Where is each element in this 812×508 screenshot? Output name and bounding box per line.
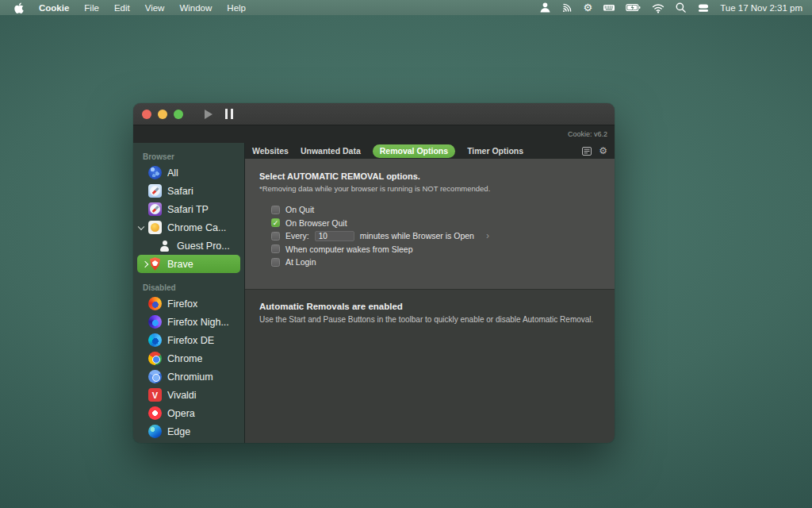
sidebar-item-label: Opera bbox=[167, 408, 195, 419]
guest-icon bbox=[158, 239, 171, 252]
menu-file[interactable]: File bbox=[84, 3, 99, 13]
option-label: On Quit bbox=[285, 205, 314, 214]
sidebar-item-label: Chrome bbox=[167, 353, 202, 364]
sidebar-item-label: Vivaldi bbox=[167, 390, 197, 401]
option-at-login[interactable]: At Login bbox=[271, 256, 600, 269]
status-title: Automatic Removals are enabled bbox=[259, 302, 600, 311]
sidebar-item-firefox-nigh[interactable]: Firefox Nigh... bbox=[133, 313, 244, 331]
gear-icon[interactable]: ⚙ bbox=[584, 2, 593, 13]
checkbox[interactable]: ✓ bbox=[271, 218, 280, 227]
sidebar-item-label: Brave bbox=[167, 259, 193, 270]
menu-view[interactable]: View bbox=[145, 3, 165, 13]
sidebar-item-guest-pro[interactable]: Guest Pro... bbox=[133, 237, 244, 255]
sidebar-item-chromium[interactable]: Chromium bbox=[133, 368, 244, 386]
wifi-icon[interactable] bbox=[652, 2, 665, 13]
app-version-label: Cookie: v6.2 bbox=[568, 130, 607, 138]
sidebar-item-brave[interactable]: Brave bbox=[137, 255, 240, 273]
sidebar-item-edge[interactable]: Edge bbox=[133, 422, 244, 441]
tab-timer-options[interactable]: Timer Options bbox=[467, 146, 523, 156]
menu-edit[interactable]: Edit bbox=[114, 3, 130, 13]
sidebar-item-firefox-de[interactable]: Firefox DE bbox=[133, 331, 244, 349]
option-when-computer-wakes-from-sleep[interactable]: When computer wakes from Sleep bbox=[271, 243, 600, 256]
menu-cookie[interactable]: Cookie bbox=[39, 3, 69, 13]
sidebar-item-vivaldi[interactable]: Vivaldi bbox=[133, 386, 244, 404]
apple-menu-icon[interactable] bbox=[14, 2, 24, 13]
chrome-icon bbox=[148, 352, 162, 365]
menu-bar-status: ⚙ Tue 17 Nov 2:31 pm bbox=[539, 2, 812, 13]
option-label-suffix: minutes while Browser is Open bbox=[360, 231, 474, 241]
tabs: WebsitesUnwanted DataRemoval OptionsTime… bbox=[252, 144, 523, 158]
desktop: CookieFileEditViewWindowHelp ⚙ bbox=[0, 0, 812, 508]
menu-help[interactable]: Help bbox=[227, 3, 246, 13]
chevron-down-icon[interactable] bbox=[138, 223, 144, 229]
sidebar-item-label: Safari bbox=[167, 186, 193, 197]
sidebar-item-label: Safari TP bbox=[167, 204, 209, 215]
battery-charging-icon[interactable] bbox=[626, 2, 642, 13]
checkbox[interactable] bbox=[271, 244, 280, 253]
tab-bar-icons: ⚙ bbox=[582, 146, 607, 156]
sidebar-item-label: Firefox Nigh... bbox=[167, 317, 229, 328]
sidebar-section-disabled: Disabled bbox=[143, 283, 244, 292]
sidebar-item-label: Firefox bbox=[167, 298, 197, 310]
menu-bar: CookieFileEditViewWindowHelp ⚙ bbox=[0, 0, 812, 15]
status-section: Automatic Removals are enabled Use the S… bbox=[245, 289, 615, 324]
settings-gear-icon[interactable]: ⚙ bbox=[599, 146, 607, 156]
edge-icon bbox=[148, 425, 162, 438]
menu-window[interactable]: Window bbox=[179, 3, 212, 13]
zoom-button[interactable] bbox=[174, 110, 183, 119]
tab-unwanted-data[interactable]: Unwanted Data bbox=[301, 146, 361, 156]
option-every[interactable]: Every:minutes while Browser is Open› bbox=[271, 229, 600, 243]
checkbox[interactable] bbox=[271, 206, 280, 214]
sidebar-item-all[interactable]: All bbox=[133, 164, 244, 182]
cookie-app-window: Cookie: v6.2 BrowserAllSafariSafari TPCh… bbox=[133, 103, 615, 443]
firefox-de-icon bbox=[148, 333, 162, 347]
checkbox[interactable] bbox=[271, 232, 280, 241]
sidebar-item-label: Chromium bbox=[167, 371, 213, 383]
tab-bar: WebsitesUnwanted DataRemoval OptionsTime… bbox=[245, 143, 615, 159]
chevron-right-icon[interactable]: › bbox=[486, 231, 489, 241]
minutes-input[interactable] bbox=[315, 231, 354, 241]
sidebar-item-label: Firefox DE bbox=[167, 335, 214, 346]
tab-websites[interactable]: Websites bbox=[252, 146, 289, 156]
panel-subheading: *Removing data while your browser is run… bbox=[259, 184, 600, 193]
main-content: WebsitesUnwanted DataRemoval OptionsTime… bbox=[245, 143, 615, 443]
sidebar-item-safari-tp[interactable]: Safari TP bbox=[133, 200, 244, 218]
firefox-nightly-icon bbox=[148, 315, 162, 329]
option-on-quit[interactable]: On Quit bbox=[271, 203, 600, 217]
sidebar-section-browser: Browser bbox=[143, 152, 244, 161]
search-icon[interactable] bbox=[675, 2, 687, 13]
hotspot-waves-icon[interactable] bbox=[561, 2, 573, 13]
sidebar-item-chrome[interactable]: Chrome bbox=[133, 349, 244, 368]
browser-sidebar: BrowserAllSafariSafari TPChrome Ca...Gue… bbox=[133, 143, 245, 443]
sidebar-item-opera[interactable]: Opera bbox=[133, 404, 244, 422]
globe-icon bbox=[148, 166, 162, 179]
sidebar-item-chrome-ca[interactable]: Chrome Ca... bbox=[133, 218, 244, 237]
user-icon[interactable] bbox=[539, 2, 551, 13]
minimize-button[interactable] bbox=[158, 110, 167, 119]
panel-heading: Select AUTOMATIC REMOVAL options. bbox=[259, 171, 600, 181]
menu-bar-clock[interactable]: Tue 17 Nov 2:31 pm bbox=[720, 3, 802, 13]
option-label: When computer wakes from Sleep bbox=[285, 244, 412, 254]
pause-button[interactable] bbox=[225, 109, 233, 119]
option-on-browser-quit[interactable]: ✓On Browser Quit bbox=[271, 217, 600, 230]
menu-bar-left: CookieFileEditViewWindowHelp bbox=[0, 2, 246, 13]
option-label: At Login bbox=[285, 257, 316, 267]
tab-removal-options[interactable]: Removal Options bbox=[373, 144, 455, 158]
checkbox[interactable] bbox=[271, 258, 280, 267]
option-label: On Browser Quit bbox=[285, 218, 347, 228]
play-button[interactable] bbox=[205, 110, 213, 119]
sidebar-item-label: Chrome Ca... bbox=[167, 222, 226, 233]
close-button[interactable] bbox=[142, 110, 151, 119]
log-window-icon[interactable] bbox=[582, 147, 592, 156]
sidebar-item-label: Guest Pro... bbox=[177, 241, 230, 252]
safari-icon bbox=[148, 184, 162, 198]
keyboard-icon[interactable] bbox=[603, 2, 615, 13]
brave-icon bbox=[148, 257, 162, 271]
sidebar-item-firefox[interactable]: Firefox bbox=[133, 294, 244, 313]
safari-tp-icon bbox=[148, 202, 162, 216]
sidebar-item-safari[interactable]: Safari bbox=[133, 182, 244, 200]
status-text: Use the Start and Pause Buttons in the t… bbox=[259, 315, 600, 324]
chevron-right-icon[interactable] bbox=[142, 260, 148, 267]
removal-options-panel: Select AUTOMATIC REMOVAL options. *Remov… bbox=[245, 159, 615, 289]
stacked-windows-icon[interactable] bbox=[697, 2, 710, 13]
